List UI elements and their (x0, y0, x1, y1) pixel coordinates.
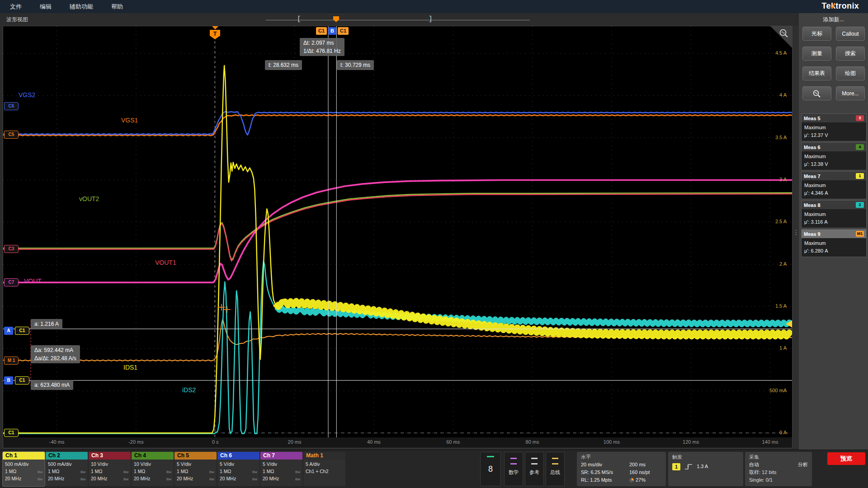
bandwidth-badge: Bw (295, 477, 300, 482)
ch-coupling: 1 MΩ (48, 469, 59, 474)
channel-marker-c5[interactable]: C5 (4, 131, 19, 139)
oscilloscope-app: 文件 编辑 辅助功能 帮助 Tektronix 波形视图 [ ] T C1 B … (0, 0, 868, 488)
math-group-button[interactable]: 数学 (504, 452, 523, 486)
ch-scale: 500 mA/div (5, 461, 42, 468)
ch-scale: 5 V/div (177, 461, 214, 468)
menu-edit[interactable]: 编辑 (39, 3, 52, 11)
channel-badge-ch3[interactable]: Ch 3 10 V/div 1 MΩBw 20 MHzBw (89, 452, 131, 486)
trace-label-vgs1[interactable]: VGS1 (121, 117, 138, 124)
meas-source-badge: 2 (856, 202, 864, 208)
ch-bandwidth: 20 MHz (263, 476, 279, 481)
acquisition-panel[interactable]: 采集 自动 分析 取样: 12 bits Single: 0/1 (745, 452, 812, 486)
trace-label-vout1[interactable]: VOUT1 (155, 259, 176, 266)
measurement-card-meas8[interactable]: Meas 82 Maximumμ': 3.116 A (801, 200, 867, 228)
measurement-card-meas9[interactable]: Meas 9M1 Maximumμ': 6.280 A (801, 229, 867, 257)
channel-marker-c6[interactable]: C6 (4, 102, 19, 110)
x-axis-label: 100 ms (604, 439, 620, 445)
y-axis-label: 3.5 A (775, 135, 787, 140)
right-panel-buttons: 光标 Callout 测量 搜索 结果表 绘图 More... (802, 27, 865, 100)
channel-marker-c1[interactable]: C1 (15, 376, 29, 385)
channel-badge-ch6[interactable]: Ch 6 5 V/div 1 MΩBw 20 MHzBw (217, 452, 259, 486)
zoom-search-button[interactable] (802, 86, 831, 100)
channel-badge-ch2[interactable]: Ch 2 500 mA/div 1 MΩBw 20 MHzBw (46, 452, 88, 486)
acquisition-analysis: 分析 (798, 461, 808, 469)
channel-marker-m1[interactable]: M 1 (4, 357, 19, 365)
measurement-card-meas6[interactable]: Meas 64 Maximumμ': 12.38 V (801, 142, 867, 170)
menu-file[interactable]: 文件 (9, 3, 23, 11)
acquisition-sampling: 取样: 12 bits (749, 469, 808, 476)
trace-label-ids2[interactable]: iDS2 (182, 386, 196, 394)
trace-label-vout2[interactable]: vOUT2 (79, 195, 99, 202)
acquisition-mode: 自动 (749, 461, 759, 469)
ruler-trigger-marker[interactable] (333, 16, 339, 22)
inverse-delta-t-value: 1/Δt: 476.81 Hz (303, 47, 341, 55)
meas-value: μ': 6.280 A (804, 247, 863, 255)
cursor-delta-readout: Δt: 2.097 ms 1/Δt: 476.81 Hz (300, 38, 344, 56)
rising-edge-icon (684, 463, 693, 470)
menu-help[interactable]: 帮助 (110, 3, 124, 11)
x-axis-label: 0 s (212, 439, 219, 445)
measure-button[interactable]: 测量 (802, 47, 831, 61)
plot-button[interactable]: 绘图 (836, 66, 865, 80)
channel-8-badge[interactable]: 8 (480, 452, 501, 486)
channel-marker-c7[interactable]: C7 (4, 278, 19, 286)
channel-badge-ch7[interactable]: Ch 7 5 V/div 1 MΩBw 20 MHzBw (260, 452, 302, 486)
channel-8-number: 8 (481, 465, 500, 474)
acquisition-title: 采集 (749, 453, 808, 461)
panel-divider[interactable]: ⋮ (793, 26, 799, 448)
meas-stat: Maximum (804, 153, 863, 160)
channel-marker-c1[interactable]: C1 (15, 327, 29, 335)
channel-marker-c3[interactable]: C3 (4, 245, 19, 253)
ch-coupling: 1 MΩ (134, 469, 145, 474)
y-axis-label: 2.5 A (775, 219, 787, 224)
preview-button[interactable]: 预览 (827, 452, 865, 465)
ch-bandwidth: 20 MHz (5, 476, 21, 481)
meas-source-badge: 4 (856, 144, 864, 150)
more-button[interactable]: More... (836, 86, 865, 100)
channel-badge-math1[interactable]: Math 1 5 A/div Ch1 + Ch2 (303, 452, 345, 486)
channel-marker-c1[interactable]: C1 (4, 429, 19, 437)
measurement-card-meas7[interactable]: Meas 71 Maximumμ': 4.346 A (801, 171, 867, 199)
ch-scale: 5 V/div (220, 461, 257, 468)
bottom-bar: Ch 1 500 mA/div 1 MΩBw 20 MHzBw Ch 2 500… (0, 450, 868, 488)
channel-badge-ch5[interactable]: Ch 5 5 V/div 1 MΩBw 20 MHzBw (175, 452, 217, 486)
cursor-b-badge[interactable]: B (328, 27, 336, 35)
trace-label-vout[interactable]: VOUT (24, 277, 42, 285)
channel-marker-a[interactable]: A (4, 327, 13, 335)
cursor-button[interactable]: 光标 (802, 27, 831, 41)
results-table-button[interactable]: 结果表 (802, 66, 831, 80)
bandwidth-badge: Bw (166, 469, 171, 475)
record-view-ruler[interactable] (266, 20, 530, 20)
channel-marker-b[interactable]: B (4, 376, 13, 385)
reference-group-button[interactable]: 参考 (525, 452, 544, 486)
search-button[interactable]: 搜索 (836, 47, 865, 61)
menu-utility[interactable]: 辅助功能 (69, 3, 94, 11)
zoom-bracket-left[interactable]: [ (297, 15, 301, 23)
bus-group-button[interactable]: 总线 (546, 452, 565, 486)
trace-label-ids1[interactable]: IDS1 (123, 364, 137, 371)
waveform-display[interactable]: T C1 B C1 Δt: 2.097 ms 1/Δt: 476.81 Hz t… (3, 26, 793, 448)
trigger-level-arrow[interactable] (786, 320, 792, 328)
trigger-position-marker[interactable]: T (210, 30, 220, 39)
reference-icon (531, 458, 538, 465)
cursor-b-source-badge[interactable]: C1 (338, 27, 349, 35)
trigger-level-value: 1.3 A (697, 463, 708, 470)
waveform-view-header: 波形视图 [ ] (0, 13, 793, 26)
record-usage-gauge-icon (629, 478, 634, 483)
bandwidth-badge: Bw (252, 469, 257, 475)
ch-scale: 10 V/div (91, 461, 128, 468)
callout-button[interactable]: Callout (836, 27, 865, 41)
math-source: Ch1 + Ch2 (306, 468, 343, 475)
channel-badge-ch1[interactable]: Ch 1 500 mA/div 1 MΩBw 20 MHzBw (3, 452, 45, 486)
trigger-panel[interactable]: 触发 1 1.3 A (668, 452, 743, 486)
measurement-card-meas5[interactable]: Meas 53 Maximumμ': 12.37 V (801, 113, 867, 141)
channel-badge-ch4[interactable]: Ch 4 10 V/div 1 MΩBw 20 MHzBw (132, 452, 174, 486)
zoom-bracket-right[interactable]: ] (429, 15, 432, 23)
trace-label-vgs2[interactable]: VGS2 (19, 91, 35, 99)
horizontal-scale: 20 ms/div (581, 461, 627, 469)
delta-a-rate-value: Δa/Δt: 282.48 A/s (34, 354, 76, 362)
cursor-a-source-badge[interactable]: C1 (316, 27, 327, 35)
horizontal-title: 水平 (581, 453, 662, 461)
sample-rate: SR: 6.25 MS/s (581, 469, 627, 476)
horizontal-panel[interactable]: 水平 20 ms/div 200 ms SR: 6.25 MS/s 160 ns… (577, 452, 666, 486)
